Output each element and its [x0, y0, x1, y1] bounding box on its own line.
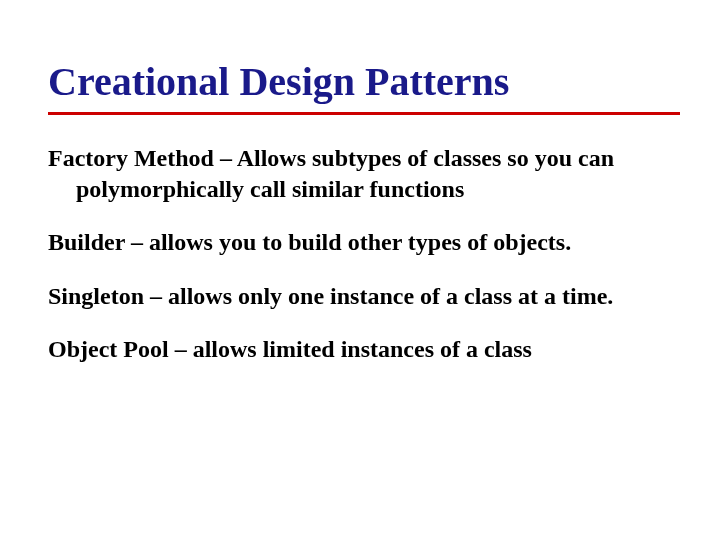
slide-title: Creational Design Patterns — [48, 60, 680, 104]
list-item: Singleton – allows only one instance of … — [48, 281, 680, 312]
slide-container: Creational Design Patterns Factory Metho… — [0, 0, 720, 540]
title-underline — [48, 112, 680, 115]
list-item: Builder – allows you to build other type… — [48, 227, 680, 258]
list-item: Object Pool – allows limited instances o… — [48, 334, 680, 365]
list-item: Factory Method – Allows subtypes of clas… — [48, 143, 680, 205]
body-text: Factory Method – Allows subtypes of clas… — [48, 143, 680, 365]
